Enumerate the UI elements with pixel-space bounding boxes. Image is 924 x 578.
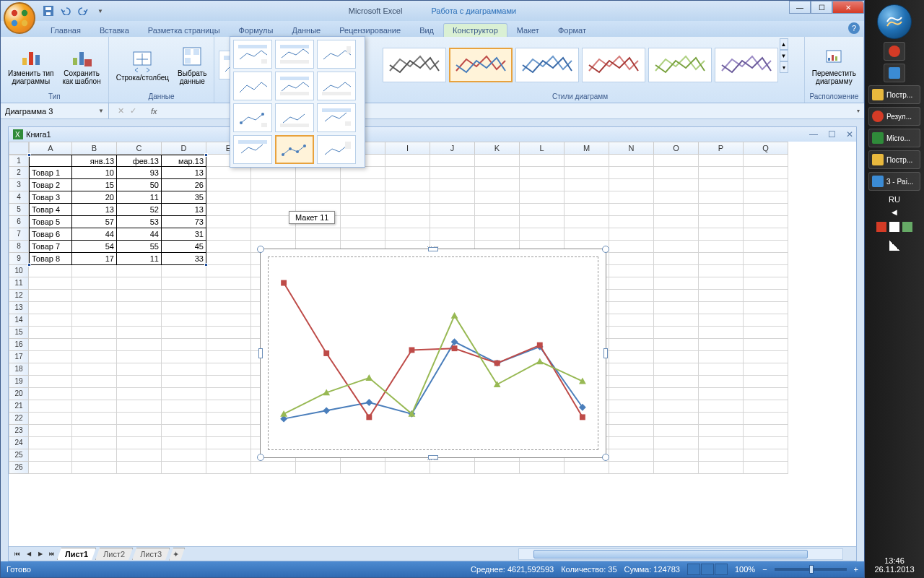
row-header[interactable]: 7 (9, 228, 29, 241)
range-selection-handle[interactable] (27, 263, 31, 267)
cell[interactable] (744, 179, 788, 191)
wb-close-icon[interactable]: ✕ (846, 129, 853, 139)
layout-option[interactable] (275, 72, 314, 100)
cell[interactable] (206, 167, 251, 179)
cell[interactable] (520, 167, 565, 179)
tab-formulas[interactable]: Формулы (230, 23, 283, 37)
cell[interactable] (654, 277, 699, 290)
sheet-nav-prev-icon[interactable]: ◀ (23, 548, 35, 560)
cell[interactable] (609, 155, 654, 167)
cell[interactable] (744, 314, 788, 327)
tray-volume-icon[interactable] (889, 222, 899, 232)
cell[interactable]: 52 (117, 204, 162, 216)
cell[interactable]: 31 (162, 228, 206, 241)
cell[interactable] (117, 302, 162, 314)
cell[interactable] (162, 277, 206, 290)
cell[interactable] (117, 351, 162, 363)
cell[interactable] (699, 351, 744, 363)
style-item[interactable] (648, 48, 712, 82)
cell[interactable] (206, 314, 251, 327)
cell[interactable] (29, 449, 72, 462)
cell[interactable] (206, 265, 251, 277)
row-header[interactable]: 15 (9, 327, 29, 339)
cell[interactable] (475, 191, 520, 204)
cell[interactable] (609, 290, 654, 302)
cell[interactable] (29, 290, 72, 302)
move-chart-button[interactable]: Переместить диаграмму (809, 43, 859, 87)
cell[interactable] (206, 228, 251, 241)
layout-option[interactable] (317, 72, 356, 100)
cell[interactable] (29, 363, 72, 376)
minimize-button[interactable]: — (789, 1, 811, 14)
cell[interactable] (117, 265, 162, 277)
tray-expand-icon[interactable]: ◀ (892, 208, 897, 216)
cell[interactable] (654, 216, 699, 228)
cell[interactable] (520, 228, 565, 241)
cell[interactable] (251, 228, 296, 241)
cell[interactable] (385, 179, 430, 191)
cell[interactable] (385, 204, 430, 216)
cell[interactable] (654, 363, 699, 376)
cell[interactable] (72, 314, 117, 327)
taskbar-item[interactable]: Резул... (868, 107, 920, 126)
cell[interactable] (565, 228, 609, 241)
cell[interactable] (341, 204, 385, 216)
cell[interactable] (296, 228, 341, 241)
cell[interactable] (206, 191, 251, 204)
cell[interactable] (699, 204, 744, 216)
cell[interactable] (654, 265, 699, 277)
scrollbar-thumb[interactable] (533, 550, 808, 558)
row-header[interactable]: 3 (9, 179, 29, 191)
cell[interactable] (475, 155, 520, 167)
cell[interactable] (699, 449, 744, 462)
cell[interactable] (744, 277, 788, 290)
cell[interactable] (520, 462, 565, 474)
column-header[interactable]: Q (744, 142, 788, 155)
cell[interactable] (699, 462, 744, 474)
save-template-button[interactable]: Сохранить как шаблон (59, 43, 103, 87)
cell[interactable] (29, 437, 72, 449)
cell[interactable] (744, 241, 788, 253)
style-item[interactable] (515, 48, 579, 82)
cell[interactable] (385, 167, 430, 179)
cell[interactable] (430, 191, 475, 204)
row-header[interactable]: 9 (9, 253, 29, 265)
cell[interactable] (206, 327, 251, 339)
range-selection-handle[interactable] (204, 263, 208, 267)
change-chart-type-button[interactable]: Изменить тип диаграммы (5, 43, 56, 87)
cell[interactable] (430, 179, 475, 191)
cell[interactable] (162, 449, 206, 462)
cell[interactable] (699, 241, 744, 253)
cell[interactable] (609, 437, 654, 449)
cell[interactable] (744, 462, 788, 474)
chart-object[interactable]: ⋯⋯ ⋯⋯ (260, 249, 606, 458)
cell[interactable] (654, 314, 699, 327)
column-header[interactable]: O (654, 142, 699, 155)
cell[interactable] (206, 400, 251, 413)
column-header[interactable]: J (430, 142, 475, 155)
cell[interactable] (251, 462, 296, 474)
layout-option-selected[interactable] (275, 135, 314, 164)
tab-format[interactable]: Формат (549, 23, 596, 37)
cell[interactable] (565, 167, 609, 179)
zoom-in-icon[interactable]: + (854, 565, 858, 574)
chart-resize-handle[interactable] (258, 348, 263, 358)
cell[interactable] (654, 425, 699, 437)
select-data-button[interactable]: Выбрать данные (175, 43, 209, 87)
cell[interactable] (654, 327, 699, 339)
cell[interactable] (72, 277, 117, 290)
tab-layout[interactable]: Макет (507, 23, 549, 37)
cell[interactable] (117, 462, 162, 474)
cell[interactable] (72, 290, 117, 302)
chart-resize-handle[interactable] (257, 454, 264, 461)
cell[interactable] (609, 228, 654, 241)
cell[interactable] (744, 327, 788, 339)
cell[interactable] (609, 388, 654, 400)
help-icon[interactable]: ? (848, 22, 860, 34)
cell[interactable] (296, 179, 341, 191)
chart-resize-handle[interactable] (603, 348, 608, 358)
row-header[interactable]: 18 (9, 363, 29, 376)
cell[interactable] (206, 216, 251, 228)
cell[interactable] (609, 449, 654, 462)
row-header[interactable]: 21 (9, 400, 29, 413)
